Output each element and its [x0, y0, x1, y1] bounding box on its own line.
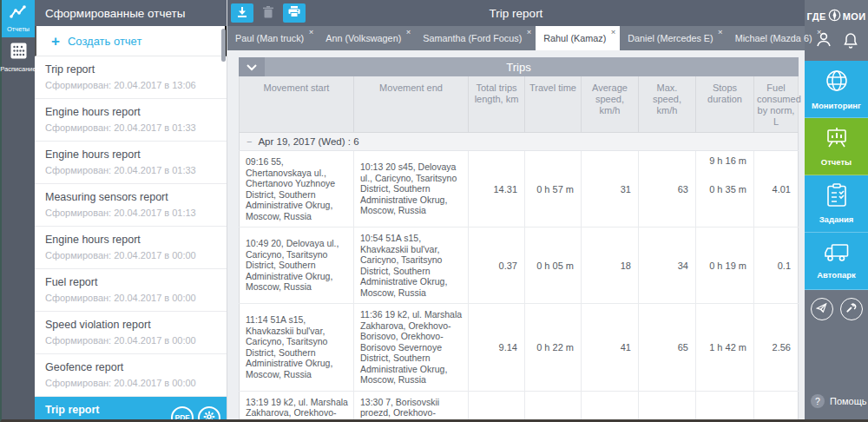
max-speed-cell: 63 — [639, 151, 696, 227]
report-title: Trip report — [45, 63, 216, 76]
report-list-item[interactable]: Speed violation report Сформирован: 20.0… — [35, 312, 227, 354]
main-area: Trip report Paul (Man truck) × Ann (Volk… — [227, 0, 805, 419]
report-list-item[interactable]: Engine hours report Сформирован: 20.04.2… — [35, 227, 227, 269]
trip-length-cell: 1.34 — [469, 391, 525, 419]
date-group-cell: −Apr 19, 2017 (Wed) : 6 — [240, 133, 799, 151]
max-speed-cell: 49 — [639, 391, 696, 419]
collapse-section-button[interactable] — [239, 57, 265, 76]
help-label: Помощь — [830, 396, 867, 406]
stops-duration-cell: 0 h 19 m — [696, 227, 754, 304]
close-icon[interactable]: × — [309, 28, 314, 36]
movement-end-cell: 11:36 19 k2, ul. Marshala Zakharova, Ore… — [354, 304, 469, 392]
initial-stop-duration: 9 h 16 m — [709, 155, 746, 166]
left-rail: Отчеты Расписание — [2, 0, 35, 419]
tab-michael-mazda-6[interactable]: Michael (Mazda 6) × — [727, 26, 826, 50]
report-list-item[interactable]: Geofence report Сформирован: 20.04.2017 … — [35, 354, 227, 397]
trip-row: 10:49 20, Delovaya ul., Caricyno, Tsarit… — [240, 227, 799, 304]
report-list-item[interactable]: Engine hours report Сформирован: 20.04.2… — [35, 142, 227, 184]
trip-row: 09:16 55, Chertanovskaya ul., Chertanovo… — [240, 151, 799, 227]
report-list-item-selected[interactable]: Trip report Сформирован: 20.04.2017 в 00… — [35, 397, 227, 419]
close-icon[interactable]: × — [527, 28, 532, 36]
fuel-cell: 2.56 — [754, 304, 799, 392]
create-report-label: Создать отчет — [68, 35, 141, 48]
tab-daniel-mercedes-e[interactable]: Daniel (Mercedes E) × — [620, 26, 727, 50]
logo-text-right: МОИ — [843, 11, 866, 22]
nav-label: Отчеты — [821, 157, 852, 167]
report-list: Trip report Сформирован: 20.04.2017 в 13… — [35, 56, 227, 419]
right-sidebar: ГДЕ МОИ Мониторинг — [805, 0, 868, 419]
report-date: Сформирован: 20.04.2017 в 01:13 — [45, 208, 216, 218]
trip-row: 13:19 19 k2, ul. Marshala Zakharova, Ore… — [240, 391, 799, 419]
tab-paul-man-truck[interactable]: Paul (Man truck) × — [227, 26, 318, 50]
report-title: Measuring sensors report — [45, 191, 216, 203]
fuel-cell: 0.38 — [754, 391, 799, 419]
plus-icon: + — [51, 34, 60, 49]
gdemoi-logo: ГДЕ МОИ — [805, 0, 868, 27]
device-tabbar: Paul (Man truck) × Ann (Volkswagen) × Sa… — [227, 26, 805, 50]
report-list-item[interactable]: Engine hours report Сформирован: 20.04.2… — [35, 99, 227, 142]
compass-icon — [828, 9, 841, 23]
print-button[interactable] — [283, 3, 306, 23]
report-content: Trips Movement start Movement end Total … — [227, 50, 805, 419]
report-list-item[interactable]: Trip report Сформирован: 20.04.2017 в 13… — [35, 56, 227, 99]
gear-icon — [203, 411, 215, 419]
rail-item-reports[interactable]: Отчеты — [2, 0, 35, 37]
tab-ann-volkswagen[interactable]: Ann (Volkswagen) × — [318, 26, 415, 50]
collapse-group-icon[interactable]: − — [247, 136, 252, 147]
fuel-cell: 0.1 — [754, 227, 799, 304]
report-date: Сформирован: 20.04.2017 в 01:33 — [45, 122, 216, 133]
report-list-item[interactable]: Measuring sensors report Сформирован: 20… — [35, 184, 227, 227]
travel-time-cell: 0 h 57 m — [525, 151, 582, 227]
tab-label: Michael (Mazda 6) — [735, 33, 812, 43]
help-button[interactable]: ? Помощь — [805, 386, 868, 419]
tab-label: Samantha (Ford Focus) — [423, 33, 522, 43]
delete-button[interactable] — [257, 3, 279, 23]
movement-end-cell: 10:13 20 s45, Delovaya ul., Caricyno, Ts… — [354, 151, 469, 227]
question-icon: ? — [811, 394, 825, 408]
report-settings-button[interactable] — [198, 406, 220, 419]
nav-tasks[interactable]: Задания — [805, 175, 868, 233]
wrench-button[interactable] — [840, 298, 863, 320]
movement-start-cell: 10:49 20, Delovaya ul., Caricyno, Tsarit… — [240, 227, 354, 304]
close-icon[interactable]: × — [718, 28, 723, 36]
report-board-icon — [825, 126, 849, 154]
nav-monitoring[interactable]: Мониторинг — [805, 61, 868, 118]
close-icon[interactable]: × — [817, 28, 822, 36]
notifications-button[interactable] — [844, 32, 858, 51]
close-icon[interactable]: × — [611, 28, 616, 36]
travel-time-cell: 0 h 22 m — [525, 304, 582, 392]
avg-speed-cell: 18 — [582, 227, 639, 304]
send-message-button[interactable] — [811, 298, 833, 320]
report-date: Сформирован: 20.04.2017 в 13:06 — [45, 80, 216, 90]
rail-item-schedule[interactable]: Расписание — [2, 37, 35, 77]
pdf-button[interactable]: PDF — [171, 406, 194, 419]
stops-duration-cell: 1 h 09 m — [696, 391, 754, 419]
tab-rahul-kamaz[interactable]: Rahul (Kamaz) × — [536, 26, 620, 50]
nav-reports[interactable]: Отчеты — [805, 118, 868, 175]
col-fuel-consumed: Fuel consumed by norm, L — [754, 76, 799, 133]
trip-length-cell: 14.31 — [469, 151, 525, 227]
close-icon[interactable]: × — [406, 28, 411, 36]
movement-end-cell: 13:30 7, Borisovskii proezd, Orekhovo-Bo… — [354, 391, 469, 419]
reports-panel: Сформированные отчеты + Создать отчет Tr… — [35, 0, 227, 419]
tab-label: Ann (Volkswagen) — [326, 33, 401, 43]
travel-time-cell: 0 h 05 m — [525, 227, 582, 304]
trip-row: 11:14 51A s15, Khavkazskii bul'var, Cari… — [240, 304, 799, 392]
tab-label: Daniel (Mercedes E) — [628, 33, 713, 43]
trips-table: Movement start Movement end Total trips … — [239, 76, 799, 419]
nav-fleet[interactable]: Автопарк — [805, 233, 868, 290]
reports-scrollbar[interactable] — [221, 29, 226, 62]
tab-samantha-ford-focus[interactable]: Samantha (Ford Focus) × — [415, 26, 536, 50]
trips-table-header-row: Movement start Movement end Total trips … — [240, 76, 799, 133]
report-list-item[interactable]: Fuel report Сформирован: 20.04.2017 в 00… — [35, 269, 227, 312]
trip-length-cell: 9.14 — [469, 304, 525, 392]
download-button[interactable] — [231, 3, 253, 23]
report-title: Geofence report — [45, 361, 216, 373]
stop-duration: 0 h 35 m — [709, 184, 746, 195]
create-report-button[interactable]: + Создать отчет — [35, 26, 227, 56]
avg-speed-cell: 25 — [582, 391, 639, 419]
trips-section-header: Trips — [239, 57, 799, 76]
printer-icon — [288, 6, 300, 20]
report-title: Speed violation report — [45, 319, 216, 331]
date-group-row[interactable]: −Apr 19, 2017 (Wed) : 6 — [240, 133, 799, 151]
